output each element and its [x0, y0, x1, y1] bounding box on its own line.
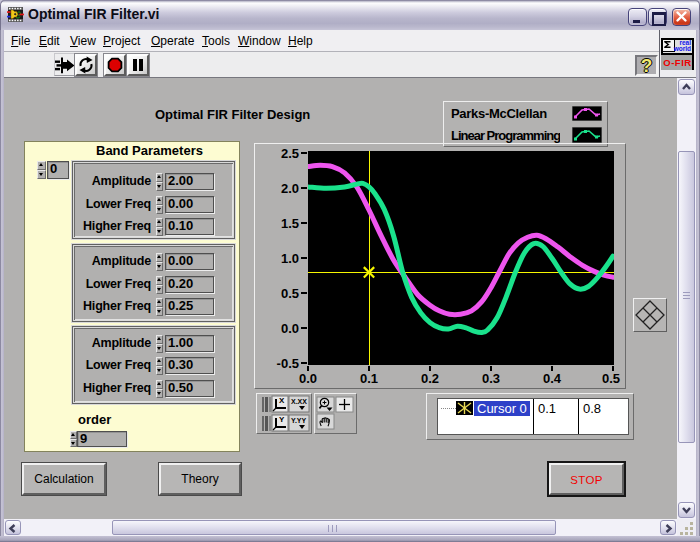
svg-text:Y: Y	[279, 415, 285, 424]
svg-text:X: X	[279, 396, 285, 405]
svg-text:X.XX: X.XX	[291, 398, 307, 405]
svg-text:Y.YY: Y.YY	[291, 417, 307, 424]
